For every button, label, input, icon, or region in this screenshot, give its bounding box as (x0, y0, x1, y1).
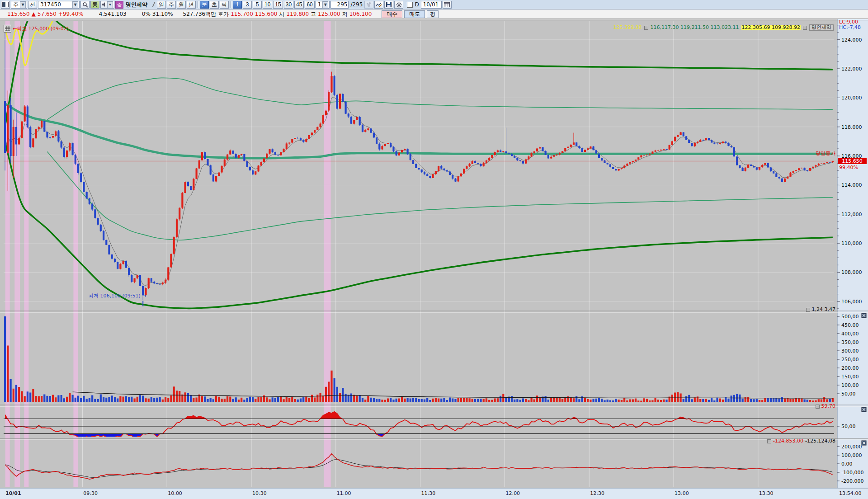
period-button-일[interactable]: 일 (157, 1, 166, 9)
tong-button[interactable]: 통 (90, 1, 99, 9)
price-tick-label: 122,000 (841, 66, 862, 72)
edit-name-icon (148, 2, 156, 7)
volume-tick-label: 150,00 (841, 374, 859, 380)
mode-button-틱[interactable]: 틱 (220, 1, 229, 9)
d-checkbox[interactable] (407, 2, 413, 8)
settings-icon[interactable] (394, 1, 403, 9)
volume-tick-label: 350,00 (841, 339, 859, 345)
low-price: 106,100 (349, 11, 372, 17)
period-button-년[interactable]: 년 (187, 1, 196, 9)
buy-button[interactable]: 매수 (382, 10, 402, 18)
interval-button-30[interactable]: 30 (284, 1, 293, 9)
macd-tick-label: 0,00 (841, 461, 853, 467)
legend-stock-name: 명인제약 (809, 24, 834, 31)
time-tick-label: 10/01 (5, 490, 21, 496)
legend-green-values: 116,117.30 119,211.50 113,023.11 (651, 25, 739, 30)
mode-button-group: 분초틱 (200, 1, 229, 9)
high-label: 고 (311, 10, 316, 18)
volume-tick-label: 250,00 (841, 357, 859, 362)
highlight-stripe (14, 21, 20, 487)
trade-amount: 527,736백만 (183, 10, 217, 18)
last-price: 115,650 (7, 11, 30, 17)
panel-collapse-icon[interactable] (862, 407, 866, 412)
volume-tick-label: 200,00 (841, 365, 859, 371)
macd-red-value: -124,853,00 (773, 438, 803, 444)
interval-button-10[interactable]: 10 (263, 1, 272, 9)
interval-button-15[interactable]: 15 (273, 1, 283, 9)
period-button-group: 일주월년 (157, 1, 196, 9)
interval-button-60[interactable]: 60 (305, 1, 314, 9)
compare-icon[interactable] (364, 1, 373, 9)
volume-tick-label: 400,00 (841, 331, 859, 337)
volume-value: 4,541,103 (99, 11, 127, 17)
up-arrow-icon: ▲ (32, 11, 36, 17)
stock-code-value: 317450 (40, 1, 71, 8)
d-checkbox-label: D (414, 1, 420, 8)
highlight-stripe (24, 21, 28, 487)
chevron-down-icon[interactable]: ▼ (107, 1, 113, 8)
chart-window-icon[interactable] (1, 1, 10, 9)
chevron-down-icon[interactable]: ▼ (72, 1, 78, 8)
price-tick-label: 120,000 (841, 95, 862, 101)
date-input[interactable]: 10/01 (421, 1, 442, 9)
osc-tick-label: 50,00 (841, 424, 856, 429)
interval-button-3[interactable]: 3 (243, 1, 252, 9)
interval-button-45[interactable]: 45 (294, 1, 304, 9)
mode-button-초[interactable]: 초 (210, 1, 219, 9)
interval-button-5[interactable]: 5 (253, 1, 262, 9)
panel-collapse-icon[interactable] (862, 313, 866, 318)
price-tick-label: 118,000 (841, 124, 862, 130)
time-tick-label: 13:00 (675, 490, 689, 496)
stock-name: 명인제약 (124, 1, 149, 9)
osc-indicator-value: 59,70 (821, 404, 836, 409)
time-tick-label: 13:30 (759, 490, 774, 496)
pct-a: 0% (142, 11, 151, 17)
macd-tick-label: 200,000 (841, 444, 862, 450)
macd-tick-label: -200,000 (841, 478, 863, 484)
price-change: 57,650 (38, 11, 57, 17)
legend-square-icon (816, 405, 820, 409)
jeon-button[interactable]: 전 (28, 1, 37, 9)
chevron-down-icon[interactable]: ▼ (322, 1, 328, 8)
mode-button-분[interactable]: 분 (200, 1, 209, 9)
grid-menu-icon[interactable] (4, 25, 11, 33)
high-price: 125,000 (318, 11, 340, 17)
speaker-icon[interactable]: ▼ (100, 1, 114, 9)
price-tick-label: 106,000 (841, 299, 862, 305)
hoga-label: 호가 (218, 10, 229, 18)
save-icon[interactable] (384, 1, 393, 9)
period-week-combo[interactable]: 주▼ (11, 1, 27, 9)
chevron-down-icon[interactable]: ▼ (20, 1, 26, 8)
bar-count-input[interactable]: 295 (330, 1, 349, 9)
divider (198, 1, 198, 8)
open-price: 119,800 (286, 11, 309, 17)
bar-count-value: 295 (337, 1, 348, 8)
multiplier-combo[interactable]: 1▼ (316, 1, 330, 9)
macd-tick-label: 100,000 (841, 452, 862, 458)
legend-square-icon (644, 26, 648, 30)
legend-square-icon (806, 308, 810, 312)
draw-icon[interactable] (374, 1, 383, 9)
chart-canvas[interactable]: 09:3010:0010:3011:0011:3012:0012:3013:00… (0, 19, 868, 499)
price-tick-label: 110,000 (841, 240, 862, 246)
search-icon[interactable] (80, 1, 90, 9)
period-button-월[interactable]: 월 (177, 1, 186, 9)
toolbar: 주▼ 전 317450▼ 통 ▼ 증 명인제약 일주월년 분초틱 1351015… (0, 0, 868, 9)
stock-code-input[interactable]: 317450▼ (38, 1, 80, 9)
time-tick-label: 09:30 (83, 490, 98, 496)
panel-collapse-icon[interactable] (862, 441, 866, 445)
current-price-pct: 99,40% (839, 165, 858, 170)
flat-button[interactable]: 평 (427, 10, 439, 18)
quote-info-row: 115,650 ▲ 57,650 +99.40% 4,541,103 0% 31… (0, 9, 868, 19)
interval-button-1[interactable]: 1 (233, 1, 242, 9)
macd-tick-label: -100,000 (841, 470, 863, 475)
macd-black-value: -125,124,08 (805, 438, 835, 444)
date-value: 10/01 (423, 1, 439, 8)
period-button-주[interactable]: 주 (167, 1, 176, 9)
divider (231, 1, 231, 8)
price-tick-label: 112,000 (841, 212, 862, 217)
time-tick-label: 13:54:00 (839, 490, 861, 496)
volume-tick-label: 50,00 (841, 391, 856, 397)
calendar-icon[interactable] (443, 1, 452, 9)
sell-button[interactable]: 매도 (404, 10, 425, 18)
